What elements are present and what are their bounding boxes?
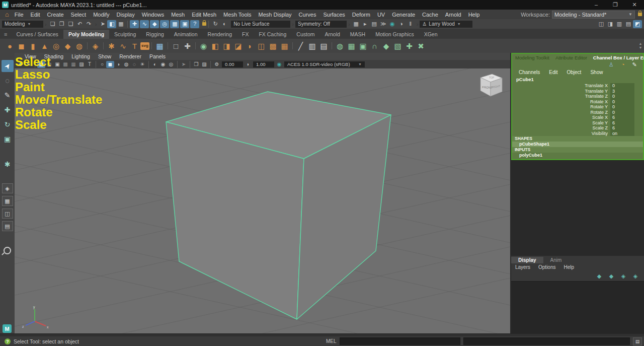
multi-cut-icon[interactable]: ╱ bbox=[295, 40, 306, 52]
snap-curve-icon[interactable]: ∿ bbox=[140, 20, 149, 28]
symmetry-dropdown[interactable]: Symmetry: Off bbox=[295, 21, 347, 28]
mel-input-field[interactable] bbox=[340, 337, 460, 345]
section-collapse-handle[interactable]: › bbox=[95, 21, 97, 27]
channel-box-menu-item[interactable]: Channels bbox=[514, 70, 544, 75]
section-collapse-handle[interactable]: › bbox=[417, 21, 419, 27]
launch-app-icon[interactable]: ◑ bbox=[397, 20, 406, 28]
select-by-input-icon[interactable]: ◐ bbox=[220, 20, 229, 28]
textured-icon[interactable]: ◑ bbox=[114, 61, 122, 68]
add-divisions-icon[interactable]: ▦ bbox=[346, 40, 357, 52]
lighting-icon[interactable]: ☀ bbox=[138, 61, 146, 68]
separate-icon[interactable]: ◨ bbox=[221, 40, 232, 52]
poly-cube-icon[interactable]: ◼ bbox=[16, 40, 27, 52]
layout-two-pane-icon[interactable]: ◫ bbox=[2, 209, 13, 219]
shelf-tab[interactable]: Poly Modeling bbox=[63, 30, 109, 39]
workspace-lock-icon[interactable] bbox=[638, 13, 642, 16]
empty-layer-icon[interactable]: ◈ bbox=[619, 272, 628, 280]
speed-state-icon[interactable]: ◔ bbox=[618, 61, 627, 69]
remesh-icon[interactable]: ▩ bbox=[267, 40, 279, 52]
attr-value[interactable]: 0 bbox=[610, 110, 634, 115]
move-layer-up-icon[interactable]: ◆ bbox=[595, 272, 604, 280]
move-layer-down-icon[interactable]: ◆ bbox=[607, 272, 616, 280]
locator-icon[interactable]: ✚ bbox=[182, 40, 193, 52]
color-management-icon[interactable]: ◉ bbox=[275, 61, 283, 68]
channel-box-menu-item[interactable]: Show bbox=[586, 70, 607, 75]
section-collapse-handle[interactable]: › bbox=[45, 21, 47, 27]
smooth-icon[interactable]: ◍ bbox=[334, 40, 346, 52]
plane-icons[interactable]: ❐ bbox=[192, 61, 200, 68]
shelf-tab[interactable]: FX Caching bbox=[254, 30, 291, 39]
layer-editor-menu-item[interactable]: Options bbox=[534, 264, 559, 270]
menu-item[interactable]: Windows bbox=[138, 12, 168, 18]
make-live-icon[interactable]: ▣ bbox=[180, 20, 189, 28]
ipr-render-icon[interactable]: ▸ bbox=[361, 20, 370, 28]
shelf-tab[interactable]: XGen bbox=[419, 30, 443, 39]
type-tool-icon[interactable]: T bbox=[129, 40, 140, 52]
layer-editor-toggle-icon[interactable]: ▤ bbox=[624, 20, 633, 28]
svg-tool-icon[interactable]: svg bbox=[140, 42, 149, 50]
platonic-solid-icon[interactable]: ◈ bbox=[90, 40, 101, 52]
gamma-icon[interactable]: ◗ bbox=[244, 61, 252, 68]
layer-editor-menu-item[interactable]: Layers bbox=[511, 264, 534, 270]
menu-item[interactable]: Mesh bbox=[168, 12, 188, 18]
section-collapse-handle[interactable]: › bbox=[348, 21, 350, 27]
new-scene-icon[interactable]: ❏ bbox=[48, 20, 57, 28]
bridge-icon[interactable]: ∩ bbox=[369, 40, 380, 52]
isolate-select-icon[interactable]: ➤ bbox=[180, 61, 188, 68]
attr-row[interactable]: Rotate X0 bbox=[512, 99, 643, 105]
target-weld-icon[interactable]: ✚ bbox=[404, 40, 415, 52]
attr-row[interactable]: Rotate Y0 bbox=[512, 104, 643, 110]
exposure-field[interactable]: 0.00 bbox=[222, 61, 243, 67]
layout-outliner-pane-icon[interactable]: ▤ bbox=[2, 221, 13, 231]
mel-language-toggle[interactable]: MEL bbox=[326, 338, 337, 344]
channel-box-menu-item[interactable]: Object bbox=[562, 70, 586, 75]
bevel-icon[interactable]: ◆ bbox=[380, 40, 392, 52]
panel-menu-item[interactable]: Renderer bbox=[115, 53, 145, 59]
boolean-union-icon[interactable]: ◉ bbox=[198, 40, 209, 52]
construction-plane-icon[interactable]: □ bbox=[170, 40, 182, 52]
menu-item[interactable]: Select bbox=[67, 12, 90, 18]
exposure-icon[interactable]: ⚙ bbox=[213, 61, 221, 68]
wedge-icon[interactable]: ◗ bbox=[244, 40, 256, 52]
menu-item[interactable]: Surfaces bbox=[319, 12, 348, 18]
channel-edit-icon[interactable]: ✎ bbox=[630, 61, 639, 69]
menu-item[interactable]: Cache bbox=[419, 12, 442, 18]
layer-editor-menu-item[interactable]: Help bbox=[559, 264, 578, 270]
insert-edge-loop-icon[interactable]: ▥ bbox=[306, 40, 318, 52]
attr-row[interactable]: Translate Z0 bbox=[512, 94, 643, 99]
snap-help-icon[interactable]: ? bbox=[190, 20, 199, 28]
scale-tool-icon[interactable]: ▣ bbox=[2, 133, 14, 145]
select-component-icon[interactable]: ▦ bbox=[116, 20, 125, 28]
poly-cylinder-icon[interactable]: ▮ bbox=[27, 40, 39, 52]
attr-row[interactable]: Visibilityon bbox=[512, 131, 643, 136]
shelf-tab[interactable]: Curves / Surfaces bbox=[11, 30, 63, 39]
snap-grid-icon[interactable]: ✚ bbox=[130, 20, 139, 28]
zoom-tool-icon[interactable] bbox=[2, 244, 14, 256]
menu-item[interactable]: Mesh Tools bbox=[220, 12, 255, 18]
poly-cone-icon[interactable]: ▲ bbox=[39, 40, 50, 52]
selected-object-name[interactable]: pCube1 bbox=[512, 76, 643, 83]
shadows-icon[interactable]: ◐ bbox=[151, 61, 159, 68]
snap-view-plane-icon[interactable]: ▦ bbox=[170, 20, 179, 28]
toggle-display-icon[interactable]: ◉ bbox=[388, 20, 397, 28]
wireframe-on-shaded-icon[interactable]: ◍ bbox=[122, 61, 130, 68]
shelf-tab[interactable]: Rendering bbox=[203, 30, 237, 39]
combine-icon[interactable]: ◧ bbox=[209, 40, 221, 52]
menu-item[interactable]: Create bbox=[44, 12, 67, 18]
shelf-tab[interactable]: Motion Graphics bbox=[370, 30, 419, 39]
quad-draw-icon[interactable]: ▧ bbox=[392, 40, 404, 52]
attr-row[interactable]: Translate X0 bbox=[512, 83, 643, 89]
shelf-tab[interactable]: MASH bbox=[345, 30, 370, 39]
attr-value[interactable]: 0 bbox=[610, 99, 634, 105]
menu-item[interactable]: Edit bbox=[27, 12, 44, 18]
poly-torus-icon[interactable]: ◎ bbox=[50, 40, 62, 52]
construction-history-icon[interactable]: ↻ bbox=[211, 20, 220, 28]
move-tool-icon[interactable]: ✚ bbox=[2, 104, 14, 116]
offset-edge-loop-icon[interactable]: ▤ bbox=[318, 40, 330, 52]
shelf-menu-icon[interactable]: ≡ bbox=[4, 31, 7, 37]
layer-list-empty[interactable] bbox=[511, 281, 644, 333]
menu-item[interactable]: Arnold bbox=[442, 12, 465, 18]
super-shape-icon[interactable]: ✱ bbox=[106, 40, 117, 52]
menu-item[interactable]: File bbox=[11, 12, 27, 18]
attr-value[interactable]: 0 bbox=[610, 104, 634, 110]
